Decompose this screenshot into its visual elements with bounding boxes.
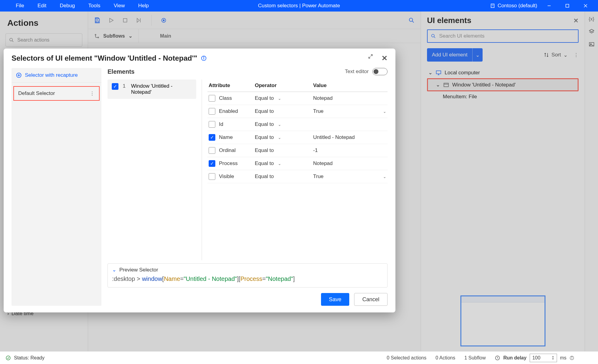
separator <box>151 15 152 26</box>
tree-node-menuitem-file[interactable]: MenuItem: File <box>427 91 579 102</box>
attribute-checkbox[interactable] <box>209 173 215 180</box>
tree-node-local-computer[interactable]: ⌄ Local computer <box>427 67 579 78</box>
ui-element-screenshot <box>460 295 545 346</box>
record-button[interactable] <box>159 16 168 25</box>
info-icon[interactable] <box>569 356 574 360</box>
record-icon <box>161 17 167 23</box>
chevron-down-icon: ⌄ <box>128 33 132 39</box>
ui-elements-search-placeholder: Search UI elements <box>439 33 484 39</box>
value-cell[interactable]: Untitled - Notepad <box>313 134 386 140</box>
attribute-checkbox[interactable] <box>209 95 215 102</box>
search-designer-button[interactable] <box>407 16 416 25</box>
menu-file[interactable]: File <box>9 0 31 12</box>
window-minimize-button[interactable] <box>543 0 555 12</box>
ui-elements-close-button[interactable]: ✕ <box>573 17 579 24</box>
run-button[interactable] <box>107 16 115 25</box>
cancel-button[interactable]: Cancel <box>354 293 388 306</box>
step-button[interactable] <box>135 16 143 25</box>
selector-with-recapture-button[interactable]: Selector with recapture <box>12 68 101 83</box>
run-delay-input[interactable]: 100 ▲▼ <box>530 354 557 362</box>
operator-dropdown[interactable]: Equal to ⌄ <box>255 95 309 101</box>
tree-node-window-notepad[interactable]: ⌄ Window 'Untitled - Notepad' <box>427 78 579 91</box>
run-delay: Run delay 100 ▲▼ ms <box>495 354 574 362</box>
right-rail: {x} <box>585 12 598 351</box>
attribute-value: Untitled - Notepad <box>313 134 355 140</box>
operator-dropdown[interactable]: Equal to <box>255 108 309 114</box>
selector-item-more-icon[interactable]: ⋮ <box>90 90 95 97</box>
attribute-value: True <box>313 174 323 180</box>
building-icon <box>490 3 495 8</box>
value-cell[interactable]: True ⌄ <box>313 108 386 114</box>
svg-point-23 <box>432 34 434 37</box>
svg-point-9 <box>10 38 12 41</box>
attribute-row: Class Equal to ⌄ Notepad <box>207 92 388 105</box>
plus-circle-icon <box>16 72 22 78</box>
stop-icon <box>122 17 128 23</box>
window-close-button[interactable] <box>579 0 592 12</box>
sort-button[interactable]: Sort ⌄ <box>544 52 568 58</box>
svg-rect-11 <box>96 18 98 19</box>
attribute-checkbox[interactable] <box>209 147 215 154</box>
value-cell[interactable]: -1 <box>313 147 386 153</box>
rail-images-button[interactable] <box>589 41 595 47</box>
search-icon <box>408 17 415 24</box>
chevron-down-icon: ⌄ <box>112 267 116 273</box>
menu-help[interactable]: Help <box>132 0 155 12</box>
menu-edit[interactable]: Edit <box>31 0 53 12</box>
run-delay-value: 100 <box>532 355 541 361</box>
ui-elements-search-input[interactable]: Search UI elements <box>427 29 579 43</box>
element-checkbox[interactable]: ✓ <box>112 83 118 90</box>
attribute-checkbox[interactable] <box>209 121 215 128</box>
operator-dropdown[interactable]: Equal to <box>255 174 309 180</box>
subflows-dropdown[interactable]: Subflows ⌄ <box>88 29 139 43</box>
status-text: Status: Ready <box>14 355 45 361</box>
value-cell[interactable]: Notepad <box>313 95 386 101</box>
sort-label: Sort <box>552 52 561 58</box>
search-actions-input[interactable]: Search actions <box>5 33 82 47</box>
add-ui-element-button[interactable]: Add UI element ⌄ <box>427 48 483 62</box>
window-maximize-button[interactable] <box>561 0 574 12</box>
operator-dropdown[interactable]: Equal to <box>255 147 309 153</box>
value-cell[interactable]: True ⌄ <box>313 174 386 180</box>
text-editor-toggle[interactable]: Text editor <box>345 68 388 75</box>
menu-view[interactable]: View <box>107 0 132 12</box>
operator-dropdown[interactable]: Equal to ⌄ <box>255 121 309 127</box>
toggle-switch[interactable] <box>372 68 388 75</box>
svg-rect-14 <box>123 19 127 22</box>
attribute-value: -1 <box>313 147 318 153</box>
selector-item-default[interactable]: Default Selector ⋮ <box>13 86 100 101</box>
value-cell[interactable]: Notepad <box>313 160 386 167</box>
floppy-icon <box>94 17 101 24</box>
preview-selector-toggle[interactable]: ⌄ Preview Selector <box>112 267 383 273</box>
attribute-checkbox[interactable]: ✓ <box>209 160 215 167</box>
dialog-expand-button[interactable] <box>368 54 373 62</box>
svg-point-21 <box>95 34 96 35</box>
more-options-button[interactable]: ⋮ <box>574 52 579 58</box>
svg-marker-15 <box>137 18 139 22</box>
stepper-buttons[interactable]: ▲▼ <box>552 356 554 360</box>
element-item[interactable]: ✓ 1 Window 'Untitled - Notepad' <box>108 79 196 99</box>
expand-icon <box>368 54 373 59</box>
attribute-name: Id <box>219 121 223 127</box>
operator-dropdown[interactable]: Equal to ⌄ <box>255 134 309 140</box>
environment-picker[interactable]: Contoso (default) <box>490 3 537 9</box>
elements-list: ✓ 1 Window 'Untitled - Notepad' <box>108 79 196 260</box>
attribute-checkbox[interactable]: ✓ <box>209 134 215 141</box>
rail-variables-button[interactable]: {x} <box>589 16 594 22</box>
attribute-checkbox[interactable] <box>209 108 215 115</box>
menu-tools[interactable]: Tools <box>82 0 107 12</box>
stop-button[interactable] <box>121 16 129 25</box>
svg-rect-12 <box>96 21 98 22</box>
info-icon[interactable] <box>201 55 207 61</box>
rail-ui-elements-button[interactable] <box>589 29 595 35</box>
save-button[interactable]: Save <box>321 293 349 306</box>
col-operator: Operator <box>255 83 309 89</box>
dialog-close-button[interactable]: ✕ <box>381 54 388 62</box>
operator-dropdown[interactable]: Equal to ⌄ <box>255 160 309 167</box>
preview-selector-label: Preview Selector <box>119 267 158 273</box>
tab-main[interactable]: Main <box>139 29 192 43</box>
save-icon-button[interactable] <box>93 16 101 25</box>
menu-debug[interactable]: Debug <box>53 0 82 12</box>
monitor-icon <box>436 70 442 76</box>
svg-point-22 <box>98 37 99 38</box>
